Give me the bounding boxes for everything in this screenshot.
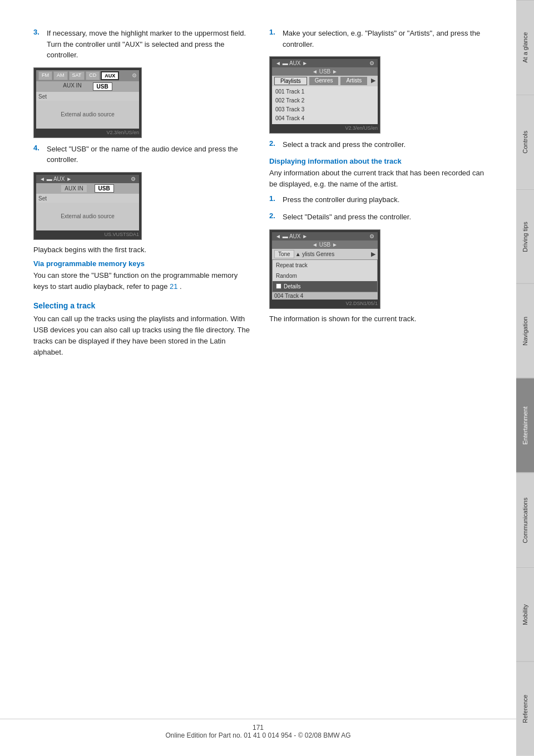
screen2-topbar-icon: ⚙ bbox=[131, 176, 136, 182]
screen1-usb: USB bbox=[93, 82, 112, 91]
step-select-details: 2. Select "Details" and press the contro… bbox=[269, 212, 488, 223]
sidebar-tab-label-6: Communications bbox=[522, 497, 528, 543]
step-details-num: 2. bbox=[269, 212, 278, 223]
repeat-track-row: Repeat track bbox=[273, 260, 377, 271]
screen3-caption: V2.3/en/US/en bbox=[272, 125, 378, 131]
via-text: You can store the "USB" function on the … bbox=[33, 271, 238, 291]
step-3-num: 3. bbox=[33, 28, 42, 61]
step-2-right-num: 2. bbox=[269, 139, 278, 150]
details-menu: Repeat track Random Details bbox=[272, 259, 378, 292]
step-4-num: 4. bbox=[33, 144, 42, 165]
via-link[interactable]: 21 bbox=[170, 282, 177, 291]
screen1-set-label: Set bbox=[38, 94, 47, 100]
screen4-topbar: ◄ ▬ AUX ► ⚙ bbox=[272, 232, 378, 240]
sidebar-tab-mobility[interactable]: Mobility bbox=[516, 567, 534, 662]
sidebar-tab-label-5: Entertainment bbox=[522, 406, 528, 444]
screen-2: ◄ ▬ AUX ► ⚙ AUX IN USB Set External audi… bbox=[33, 172, 142, 240]
screen2-caption: US.VUSTSDA1 bbox=[36, 232, 139, 237]
screen3-topbar-text: ◄ ▬ AUX ► bbox=[275, 60, 308, 66]
screen2-auxin: AUX IN bbox=[61, 185, 86, 192]
screen1-icon: ⚙ bbox=[132, 72, 137, 78]
copyright-text: Online Edition for Part no. 01 41 0 014 … bbox=[165, 732, 350, 739]
screen3-topbar: ◄ ▬ AUX ► ⚙ bbox=[272, 59, 378, 67]
sidebar-tab-label-7: Mobility bbox=[522, 604, 528, 625]
screen4-bottom: 004 Track 4 bbox=[272, 292, 378, 300]
screen2-row1: AUX IN USB bbox=[36, 183, 139, 194]
screen1-caption: V2.3/en/US/en bbox=[36, 130, 139, 135]
random-row: Random bbox=[273, 271, 377, 281]
sidebar-tab-entertainment[interactable]: Entertainment bbox=[516, 378, 534, 473]
radio-buttons-row: FM AM SAT CD AUX ⚙ bbox=[36, 70, 139, 81]
sidebar-tabs: At a glance Controls Driving tips Naviga… bbox=[516, 0, 534, 756]
details-label: Details bbox=[284, 282, 301, 291]
fm-btn[interactable]: FM bbox=[38, 71, 52, 80]
screen-4: ◄ ▬ AUX ► ⚙ ◄ USB ► Tone ▲ ylists Genres… bbox=[269, 229, 380, 309]
sidebar-tab-driving-tips[interactable]: Driving tips bbox=[516, 189, 534, 284]
sidebar-tab-navigation[interactable]: Navigation bbox=[516, 283, 534, 378]
step-press-controller: 1. Press the controller during playback. bbox=[269, 194, 488, 205]
sidebar-tab-label-4: Navigation bbox=[522, 317, 528, 346]
footer: 171 Online Edition for Part no. 01 41 0 … bbox=[0, 719, 516, 739]
am-btn[interactable]: AM bbox=[53, 71, 68, 80]
screen1-content-text: External audio source bbox=[61, 111, 115, 117]
cd-btn[interactable]: CD bbox=[86, 71, 100, 80]
step-details-text: Select "Details" and press the controlle… bbox=[283, 212, 411, 223]
screen1-row2: AUX IN USB bbox=[36, 81, 139, 92]
playback-note: Playback begins with the first track. bbox=[33, 246, 253, 254]
genres-tab[interactable]: Genres bbox=[309, 77, 339, 85]
screen2-usb: USB bbox=[95, 184, 114, 193]
screen3-topbar-icon: ⚙ bbox=[369, 60, 374, 66]
step-4-text: Select "USB" or the name of the audio de… bbox=[47, 144, 253, 165]
step-press-num: 1. bbox=[269, 194, 278, 205]
via-text2: . bbox=[180, 282, 182, 291]
step-1-right: 1. Make your selection, e.g. "Playlists"… bbox=[269, 28, 488, 50]
step-4: 4. Select "USB" or the name of the audio… bbox=[33, 144, 253, 165]
track-row-1: 001 Track 1 bbox=[274, 87, 375, 96]
track-row-3: 003 Track 3 bbox=[274, 105, 375, 114]
screen4-usb-row: ◄ USB ► bbox=[272, 240, 378, 249]
main-content: 3. If necessary, move the highlight mark… bbox=[0, 0, 516, 756]
right-column: 1. Make your selection, e.g. "Playlists"… bbox=[269, 28, 488, 362]
playlists-tab[interactable]: Playlists bbox=[274, 77, 307, 85]
via-body: You can store the "USB" function on the … bbox=[33, 270, 253, 292]
sat-btn[interactable]: SAT bbox=[69, 71, 85, 80]
sidebar-tab-controls[interactable]: Controls bbox=[516, 95, 534, 189]
details-row[interactable]: Details bbox=[273, 281, 377, 292]
selecting-heading: Selecting a track bbox=[33, 301, 253, 310]
sidebar-tab-at-a-glance[interactable]: At a glance bbox=[516, 0, 534, 95]
screen1-content: External audio source bbox=[36, 101, 139, 129]
screen3-nav-tabs: Playlists Genres Artists ▶ bbox=[272, 76, 378, 86]
tone-btn: Tone bbox=[274, 250, 294, 258]
sidebar-tab-communications[interactable]: Communications bbox=[516, 473, 534, 567]
step-3: 3. If necessary, move the highlight mark… bbox=[33, 28, 253, 61]
step-1-right-num: 1. bbox=[269, 28, 278, 50]
via-heading: Via programmable memory keys bbox=[33, 259, 253, 268]
screen4-nav-partial: ▲ ylists Genres bbox=[295, 251, 334, 257]
screen-1: FM AM SAT CD AUX ⚙ AUX IN USB Set bbox=[33, 67, 142, 138]
screen4-nav: Tone ▲ ylists Genres ▶ bbox=[272, 249, 378, 259]
details-checkbox bbox=[276, 283, 281, 289]
selecting-text: You can call up the tracks using the pla… bbox=[33, 313, 253, 359]
info-text: The information is shown for the current… bbox=[269, 315, 488, 323]
track-row-4: 004 Track 4 bbox=[274, 114, 375, 123]
screen4-topbar-text: ◄ ▬ AUX ► bbox=[275, 233, 308, 239]
screen3-track-list: 001 Track 1 002 Track 2 003 Track 3 004 … bbox=[272, 86, 378, 124]
sidebar-tab-label-2: Controls bbox=[522, 131, 528, 154]
page-number: 171 bbox=[253, 724, 264, 732]
page-container: 3. If necessary, move the highlight mark… bbox=[0, 0, 534, 756]
two-col-layout: 3. If necessary, move the highlight mark… bbox=[33, 28, 488, 362]
track-row-2: 002 Track 2 bbox=[274, 96, 375, 105]
step-2-right: 2. Select a track and press the controll… bbox=[269, 139, 488, 150]
aux-btn-active[interactable]: AUX bbox=[101, 71, 119, 80]
artists-tab[interactable]: Artists bbox=[340, 77, 367, 85]
displaying-heading: Displaying information about the track bbox=[269, 157, 488, 165]
sidebar-tab-reference[interactable]: Reference bbox=[516, 661, 534, 756]
screen-3: ◄ ▬ AUX ► ⚙ ◄ USB ► Playlists Genres Art… bbox=[269, 56, 380, 134]
screen4-arrow: ▶ bbox=[371, 251, 375, 258]
sidebar-tab-label-1: At a glance bbox=[522, 32, 528, 63]
screen2-content: External audio source bbox=[36, 203, 139, 230]
sidebar-tab-label-3: Driving tips bbox=[522, 222, 528, 252]
step-3-text: If necessary, move the highlight marker … bbox=[47, 28, 253, 61]
screen4-topbar-icon: ⚙ bbox=[369, 233, 374, 239]
left-column: 3. If necessary, move the highlight mark… bbox=[33, 28, 253, 362]
